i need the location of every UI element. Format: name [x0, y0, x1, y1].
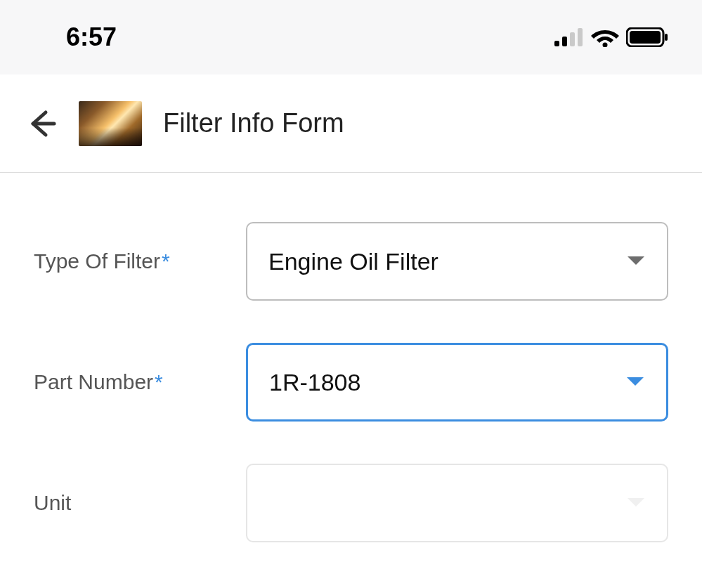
- field-unit: Unit: [34, 464, 668, 542]
- label-unit: Unit: [34, 491, 246, 515]
- form: Type Of Filter* Engine Oil Filter Part N…: [0, 173, 702, 542]
- svg-rect-2: [570, 32, 575, 46]
- select-part-number-value: 1R-1808: [269, 369, 360, 396]
- field-part-number: Part Number* 1R-1808: [34, 343, 668, 422]
- field-type-of-filter: Type Of Filter* Engine Oil Filter: [34, 222, 668, 301]
- select-type-of-filter-value: Engine Oil Filter: [268, 248, 438, 275]
- status-indicators: [554, 27, 668, 47]
- app-header: Filter Info Form: [0, 74, 702, 173]
- select-unit[interactable]: [246, 464, 668, 542]
- label-type-of-filter: Type Of Filter*: [34, 249, 246, 273]
- label-type-of-filter-text: Type Of Filter: [34, 249, 160, 273]
- svg-rect-6: [630, 31, 661, 44]
- chevron-down-icon: [626, 255, 646, 268]
- svg-point-4: [603, 43, 608, 48]
- label-part-number: Part Number*: [34, 370, 246, 394]
- status-bar: 6:57: [0, 0, 702, 74]
- select-part-number[interactable]: 1R-1808: [246, 343, 668, 422]
- svg-rect-1: [562, 37, 567, 46]
- wifi-icon: [591, 27, 619, 47]
- label-unit-text: Unit: [34, 491, 71, 514]
- label-part-number-text: Part Number: [34, 370, 153, 393]
- required-asterisk: *: [162, 249, 170, 273]
- back-button[interactable]: [25, 107, 58, 140]
- app-thumbnail: [79, 101, 142, 146]
- chevron-down-icon: [626, 497, 646, 509]
- svg-rect-3: [578, 28, 583, 46]
- battery-icon: [626, 27, 668, 47]
- required-asterisk: *: [155, 370, 163, 393]
- cellular-icon: [554, 28, 584, 46]
- svg-rect-7: [665, 34, 668, 41]
- page-title: Filter Info Form: [163, 108, 344, 138]
- chevron-down-icon: [625, 376, 645, 388]
- status-time: 6:57: [66, 22, 117, 52]
- select-type-of-filter[interactable]: Engine Oil Filter: [246, 222, 668, 301]
- svg-rect-0: [554, 41, 559, 46]
